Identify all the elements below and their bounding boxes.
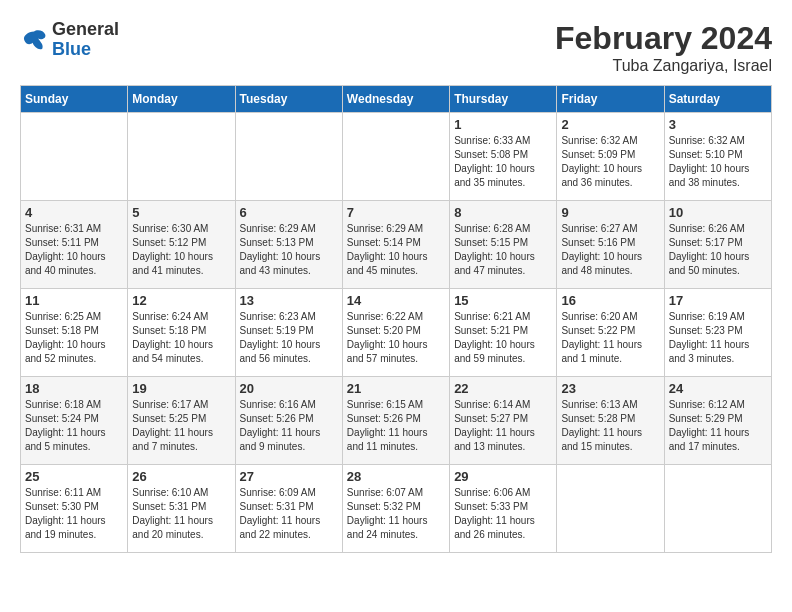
calendar-cell: 28Sunrise: 6:07 AM Sunset: 5:32 PM Dayli… (342, 465, 449, 553)
logo-blue: Blue (52, 40, 119, 60)
calendar-cell: 10Sunrise: 6:26 AM Sunset: 5:17 PM Dayli… (664, 201, 771, 289)
calendar-cell: 26Sunrise: 6:10 AM Sunset: 5:31 PM Dayli… (128, 465, 235, 553)
day-number: 3 (669, 117, 767, 132)
day-info: Sunrise: 6:31 AM Sunset: 5:11 PM Dayligh… (25, 222, 123, 278)
day-info: Sunrise: 6:29 AM Sunset: 5:14 PM Dayligh… (347, 222, 445, 278)
day-info: Sunrise: 6:07 AM Sunset: 5:32 PM Dayligh… (347, 486, 445, 542)
day-number: 24 (669, 381, 767, 396)
day-number: 25 (25, 469, 123, 484)
calendar-cell: 19Sunrise: 6:17 AM Sunset: 5:25 PM Dayli… (128, 377, 235, 465)
calendar-week-row: 18Sunrise: 6:18 AM Sunset: 5:24 PM Dayli… (21, 377, 772, 465)
day-number: 12 (132, 293, 230, 308)
calendar-cell: 2Sunrise: 6:32 AM Sunset: 5:09 PM Daylig… (557, 113, 664, 201)
day-info: Sunrise: 6:26 AM Sunset: 5:17 PM Dayligh… (669, 222, 767, 278)
calendar-cell: 15Sunrise: 6:21 AM Sunset: 5:21 PM Dayli… (450, 289, 557, 377)
day-info: Sunrise: 6:23 AM Sunset: 5:19 PM Dayligh… (240, 310, 338, 366)
calendar-cell: 21Sunrise: 6:15 AM Sunset: 5:26 PM Dayli… (342, 377, 449, 465)
calendar-cell (664, 465, 771, 553)
calendar-cell: 4Sunrise: 6:31 AM Sunset: 5:11 PM Daylig… (21, 201, 128, 289)
day-number: 6 (240, 205, 338, 220)
day-number: 9 (561, 205, 659, 220)
day-info: Sunrise: 6:32 AM Sunset: 5:10 PM Dayligh… (669, 134, 767, 190)
column-header-wednesday: Wednesday (342, 86, 449, 113)
calendar-cell: 12Sunrise: 6:24 AM Sunset: 5:18 PM Dayli… (128, 289, 235, 377)
day-number: 8 (454, 205, 552, 220)
day-number: 10 (669, 205, 767, 220)
day-info: Sunrise: 6:20 AM Sunset: 5:22 PM Dayligh… (561, 310, 659, 366)
day-number: 19 (132, 381, 230, 396)
calendar-cell: 29Sunrise: 6:06 AM Sunset: 5:33 PM Dayli… (450, 465, 557, 553)
day-info: Sunrise: 6:21 AM Sunset: 5:21 PM Dayligh… (454, 310, 552, 366)
page-header: General Blue February 2024 Tuba Zangariy… (20, 20, 772, 75)
day-number: 2 (561, 117, 659, 132)
day-number: 4 (25, 205, 123, 220)
calendar-cell: 27Sunrise: 6:09 AM Sunset: 5:31 PM Dayli… (235, 465, 342, 553)
day-info: Sunrise: 6:09 AM Sunset: 5:31 PM Dayligh… (240, 486, 338, 542)
day-info: Sunrise: 6:24 AM Sunset: 5:18 PM Dayligh… (132, 310, 230, 366)
calendar-cell: 13Sunrise: 6:23 AM Sunset: 5:19 PM Dayli… (235, 289, 342, 377)
calendar-cell: 9Sunrise: 6:27 AM Sunset: 5:16 PM Daylig… (557, 201, 664, 289)
day-info: Sunrise: 6:32 AM Sunset: 5:09 PM Dayligh… (561, 134, 659, 190)
day-info: Sunrise: 6:18 AM Sunset: 5:24 PM Dayligh… (25, 398, 123, 454)
column-header-sunday: Sunday (21, 86, 128, 113)
logo-general: General (52, 20, 119, 40)
calendar-cell: 17Sunrise: 6:19 AM Sunset: 5:23 PM Dayli… (664, 289, 771, 377)
day-info: Sunrise: 6:33 AM Sunset: 5:08 PM Dayligh… (454, 134, 552, 190)
calendar-cell: 5Sunrise: 6:30 AM Sunset: 5:12 PM Daylig… (128, 201, 235, 289)
day-info: Sunrise: 6:27 AM Sunset: 5:16 PM Dayligh… (561, 222, 659, 278)
calendar-cell: 16Sunrise: 6:20 AM Sunset: 5:22 PM Dayli… (557, 289, 664, 377)
title-block: February 2024 Tuba Zangariya, Israel (555, 20, 772, 75)
calendar-cell (557, 465, 664, 553)
day-info: Sunrise: 6:25 AM Sunset: 5:18 PM Dayligh… (25, 310, 123, 366)
calendar-week-row: 25Sunrise: 6:11 AM Sunset: 5:30 PM Dayli… (21, 465, 772, 553)
calendar-cell: 14Sunrise: 6:22 AM Sunset: 5:20 PM Dayli… (342, 289, 449, 377)
day-number: 18 (25, 381, 123, 396)
calendar-cell: 8Sunrise: 6:28 AM Sunset: 5:15 PM Daylig… (450, 201, 557, 289)
day-number: 28 (347, 469, 445, 484)
day-info: Sunrise: 6:12 AM Sunset: 5:29 PM Dayligh… (669, 398, 767, 454)
calendar-cell: 3Sunrise: 6:32 AM Sunset: 5:10 PM Daylig… (664, 113, 771, 201)
day-number: 23 (561, 381, 659, 396)
day-info: Sunrise: 6:10 AM Sunset: 5:31 PM Dayligh… (132, 486, 230, 542)
day-info: Sunrise: 6:28 AM Sunset: 5:15 PM Dayligh… (454, 222, 552, 278)
calendar-cell: 22Sunrise: 6:14 AM Sunset: 5:27 PM Dayli… (450, 377, 557, 465)
day-info: Sunrise: 6:14 AM Sunset: 5:27 PM Dayligh… (454, 398, 552, 454)
page-subtitle: Tuba Zangariya, Israel (555, 57, 772, 75)
day-info: Sunrise: 6:06 AM Sunset: 5:33 PM Dayligh… (454, 486, 552, 542)
column-header-monday: Monday (128, 86, 235, 113)
column-header-tuesday: Tuesday (235, 86, 342, 113)
column-header-friday: Friday (557, 86, 664, 113)
column-header-thursday: Thursday (450, 86, 557, 113)
calendar-week-row: 1Sunrise: 6:33 AM Sunset: 5:08 PM Daylig… (21, 113, 772, 201)
calendar-cell: 23Sunrise: 6:13 AM Sunset: 5:28 PM Dayli… (557, 377, 664, 465)
day-number: 21 (347, 381, 445, 396)
day-number: 13 (240, 293, 338, 308)
calendar-cell (128, 113, 235, 201)
logo: General Blue (20, 20, 119, 60)
day-number: 22 (454, 381, 552, 396)
day-number: 1 (454, 117, 552, 132)
day-info: Sunrise: 6:16 AM Sunset: 5:26 PM Dayligh… (240, 398, 338, 454)
day-info: Sunrise: 6:11 AM Sunset: 5:30 PM Dayligh… (25, 486, 123, 542)
calendar-cell (342, 113, 449, 201)
day-number: 26 (132, 469, 230, 484)
day-number: 16 (561, 293, 659, 308)
day-number: 17 (669, 293, 767, 308)
calendar-header-row: SundayMondayTuesdayWednesdayThursdayFrid… (21, 86, 772, 113)
day-number: 27 (240, 469, 338, 484)
calendar-cell: 18Sunrise: 6:18 AM Sunset: 5:24 PM Dayli… (21, 377, 128, 465)
column-header-saturday: Saturday (664, 86, 771, 113)
day-info: Sunrise: 6:22 AM Sunset: 5:20 PM Dayligh… (347, 310, 445, 366)
page-title: February 2024 (555, 20, 772, 57)
calendar-cell (21, 113, 128, 201)
day-info: Sunrise: 6:19 AM Sunset: 5:23 PM Dayligh… (669, 310, 767, 366)
day-info: Sunrise: 6:17 AM Sunset: 5:25 PM Dayligh… (132, 398, 230, 454)
day-info: Sunrise: 6:29 AM Sunset: 5:13 PM Dayligh… (240, 222, 338, 278)
calendar-cell: 20Sunrise: 6:16 AM Sunset: 5:26 PM Dayli… (235, 377, 342, 465)
calendar-cell: 11Sunrise: 6:25 AM Sunset: 5:18 PM Dayli… (21, 289, 128, 377)
calendar-week-row: 4Sunrise: 6:31 AM Sunset: 5:11 PM Daylig… (21, 201, 772, 289)
logo-text: General Blue (52, 20, 119, 60)
day-number: 15 (454, 293, 552, 308)
calendar-table: SundayMondayTuesdayWednesdayThursdayFrid… (20, 85, 772, 553)
calendar-cell: 1Sunrise: 6:33 AM Sunset: 5:08 PM Daylig… (450, 113, 557, 201)
